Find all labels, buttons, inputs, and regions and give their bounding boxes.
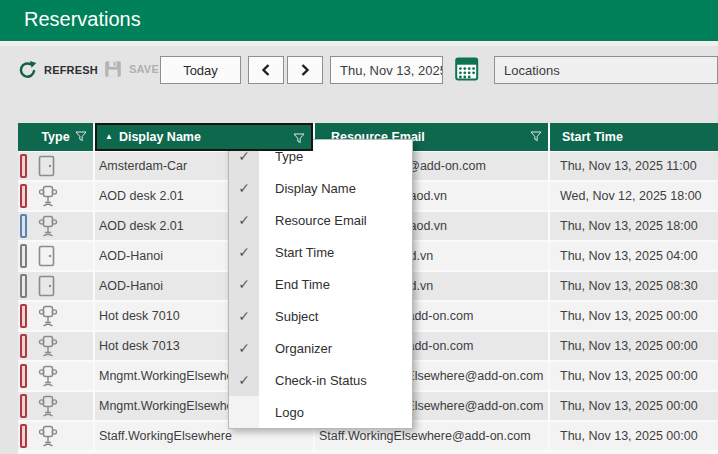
column-chooser-item[interactable]: Logo <box>229 396 412 428</box>
start-time-cell: Thu, Nov 13, 2025 18:00 <box>550 212 718 240</box>
start-time-cell: Thu, Nov 13, 2025 11:00 <box>550 152 718 180</box>
type-color-bar <box>20 154 27 178</box>
start-time-cell: Thu, Nov 13, 2025 08:30 <box>550 272 718 300</box>
type-cell <box>18 152 93 180</box>
start-time-cell: Thu, Nov 13, 2025 00:00 <box>550 422 718 450</box>
check-gutter: ✓ <box>229 204 259 236</box>
desk-icon <box>38 425 58 448</box>
date-field[interactable]: Thu, Nov 13, 2025 <box>330 56 443 84</box>
chevron-left-icon <box>261 63 271 77</box>
calendar-button[interactable] <box>455 56 479 82</box>
column-chooser-item-label: Subject <box>259 309 318 324</box>
check-icon: ✓ <box>238 180 250 196</box>
type-cell <box>18 332 93 360</box>
type-cell <box>18 212 93 240</box>
room-icon <box>38 155 55 177</box>
column-chooser-item[interactable]: ✓ Organizer <box>229 332 412 364</box>
page-title: Reservations <box>24 8 141 31</box>
desk-icon <box>38 395 58 418</box>
check-icon: ✓ <box>238 308 250 324</box>
type-cell <box>18 392 93 420</box>
desk-icon <box>38 215 58 238</box>
desk-icon <box>38 365 58 388</box>
column-chooser-item-label: End Time <box>259 277 330 292</box>
type-color-bar <box>20 184 27 208</box>
column-chooser-item-label: Resource Email <box>259 213 367 228</box>
start-time-cell: Thu, Nov 13, 2025 00:00 <box>550 302 718 330</box>
type-color-bar <box>20 394 27 418</box>
desk-icon <box>38 305 58 328</box>
column-chooser-item[interactable]: ✓ Start Time <box>229 236 412 268</box>
prev-day-button[interactable] <box>248 56 284 84</box>
start-time-cell: Thu, Nov 13, 2025 00:00 <box>550 362 718 390</box>
check-gutter: ✓ <box>229 172 259 204</box>
room-icon <box>38 275 55 297</box>
check-icon: ✓ <box>238 212 250 228</box>
type-color-bar <box>20 334 27 358</box>
column-chooser-item-label: Logo <box>259 405 304 420</box>
check-icon: ✓ <box>238 372 250 388</box>
column-chooser-item-label: Check-in Status <box>259 373 367 388</box>
type-color-bar <box>20 364 27 388</box>
app-window: Reservations REFRESH SAVE Today <box>0 0 718 454</box>
sort-ascending-icon: ▲ <box>105 132 113 141</box>
desk-icon <box>38 335 58 358</box>
type-cell <box>18 362 93 390</box>
type-cell <box>18 302 93 330</box>
chevron-right-icon <box>300 63 310 77</box>
refresh-icon <box>18 60 37 79</box>
start-time-cell: Thu, Nov 13, 2025 00:00 <box>550 392 718 420</box>
refresh-label: REFRESH <box>44 64 98 76</box>
calendar-icon <box>455 56 479 82</box>
titlebar: Reservations <box>0 0 718 41</box>
column-chooser-menu: ✓ Type ✓ Display Name ✓ Resource Email ✓… <box>228 139 413 429</box>
type-cell <box>18 242 93 270</box>
column-chooser-item-label: Organizer <box>259 341 332 356</box>
check-gutter: ✓ <box>229 364 259 396</box>
column-chooser-item[interactable]: ✓ Check-in Status <box>229 364 412 396</box>
filter-icon[interactable] <box>75 131 87 142</box>
save-button[interactable]: SAVE <box>104 60 159 78</box>
check-gutter <box>229 396 259 428</box>
type-color-bar <box>20 304 27 328</box>
column-chooser-item-label: Start Time <box>259 245 334 260</box>
titlebar-divider <box>0 41 718 46</box>
save-icon <box>104 60 122 78</box>
column-header-type[interactable]: Type <box>18 123 93 151</box>
type-color-bar <box>20 244 27 268</box>
column-chooser-item[interactable]: ✓ End Time <box>229 268 412 300</box>
column-header-display-name[interactable]: ▲ Display Name <box>95 123 313 151</box>
type-cell <box>18 182 93 210</box>
column-header-label: Type <box>41 130 69 144</box>
refresh-button[interactable]: REFRESH <box>18 60 98 79</box>
filter-icon[interactable] <box>530 131 542 142</box>
type-color-bar <box>20 274 27 298</box>
check-icon: ✓ <box>238 244 250 260</box>
save-label: SAVE <box>129 63 159 75</box>
check-gutter: ✓ <box>229 332 259 364</box>
check-icon: ✓ <box>238 340 250 356</box>
desk-icon <box>38 185 58 208</box>
type-cell <box>18 272 93 300</box>
column-chooser-item[interactable]: ✓ Display Name <box>229 172 412 204</box>
column-header-label: Display Name <box>119 130 201 144</box>
column-chooser-item[interactable]: ✓ Subject <box>229 300 412 332</box>
locations-field[interactable]: Locations <box>494 56 718 84</box>
next-day-button[interactable] <box>287 56 323 84</box>
start-time-cell: Wed, Nov 12, 2025 18:00 <box>550 182 718 210</box>
check-icon: ✓ <box>238 276 250 292</box>
column-chooser-item[interactable]: ✓ Resource Email <box>229 204 412 236</box>
column-header-label: Start Time <box>562 130 623 144</box>
type-cell <box>18 422 93 450</box>
start-time-cell: Thu, Nov 13, 2025 04:00 <box>550 242 718 270</box>
check-gutter: ✓ <box>229 236 259 268</box>
filter-icon[interactable] <box>293 133 305 144</box>
column-header-start-time[interactable]: Start Time <box>550 123 718 151</box>
check-gutter: ✓ <box>229 268 259 300</box>
today-button[interactable]: Today <box>160 56 241 84</box>
room-icon <box>38 245 55 267</box>
start-time-cell: Thu, Nov 13, 2025 00:00 <box>550 332 718 360</box>
type-color-bar <box>20 424 27 448</box>
check-gutter: ✓ <box>229 300 259 332</box>
type-color-bar <box>20 214 27 238</box>
